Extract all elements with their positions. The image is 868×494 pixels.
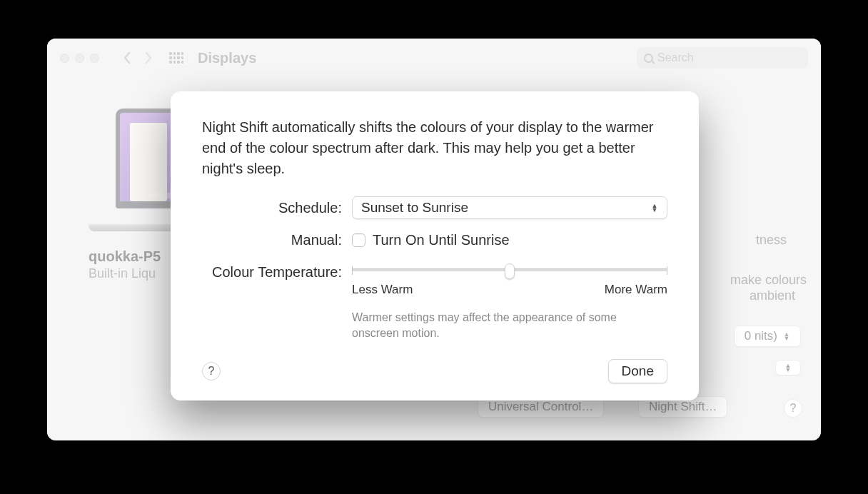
manual-label: Manual: [202,232,352,248]
slider-note: Warmer settings may affect the appearanc… [352,310,652,342]
manual-checkbox-label: Turn On Until Sunrise [373,232,510,248]
done-button[interactable]: Done [608,359,667,383]
schedule-label: Schedule: [202,200,352,216]
schedule-value: Sunset to Sunrise [361,200,468,216]
manual-row: Manual: Turn On Until Sunrise [202,232,667,248]
sheet-help-button[interactable]: ? [202,362,221,380]
schedule-row: Schedule: Sunset to Sunrise ▲▼ [202,196,667,219]
slider-tick-max [667,266,667,275]
colour-temperature-row: Colour Temperature: Less Warm More Warm … [202,261,667,342]
slider-less-label: Less Warm [352,283,413,297]
manual-checkbox[interactable] [352,233,365,247]
night-shift-sheet: Night Shift automatically shifts the col… [171,91,699,400]
slider-knob[interactable] [505,263,515,279]
sheet-footer: ? Done [202,359,667,383]
colour-temperature-label: Colour Temperature: [202,261,352,281]
slider-more-label: More Warm [605,283,667,297]
chevron-updown-icon: ▲▼ [651,203,658,212]
slider-tick-min [352,266,353,275]
night-shift-description: Night Shift automatically shifts the col… [202,117,667,179]
slider-end-labels: Less Warm More Warm [352,283,667,297]
colour-temperature-slider[interactable] [352,268,667,271]
schedule-select[interactable]: Sunset to Sunrise ▲▼ [352,196,667,219]
